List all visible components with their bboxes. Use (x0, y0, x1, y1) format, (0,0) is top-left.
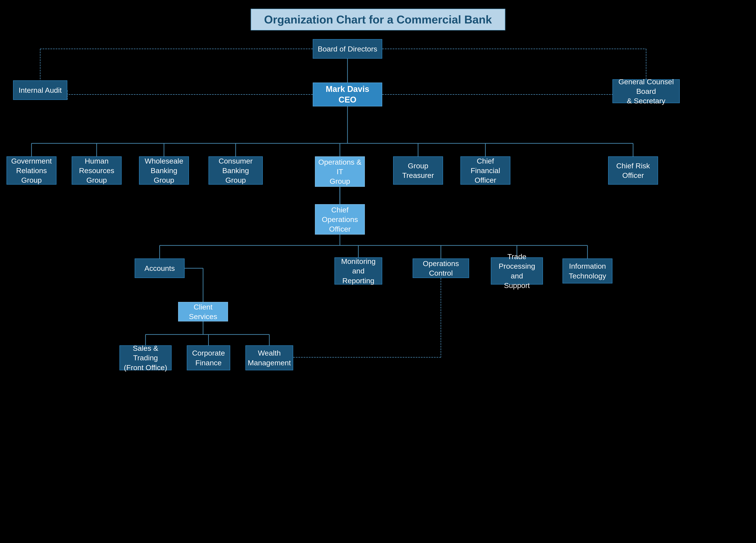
chart-container: Organization Chart for a Commercial Bank (0, 0, 756, 543)
coo-node: ChiefOperationsOfficer (315, 204, 365, 235)
wealth-mgmt-node: WealthManagement (245, 345, 293, 370)
info-tech-node: InformationTechnology (562, 258, 612, 283)
ops-control-node: Operations Control (413, 258, 469, 278)
consumer-banking-node: Consumer BankingGroup (208, 156, 263, 185)
wholesale-banking-node: WholesealeBankingGroup (139, 156, 189, 185)
gov-relations-node: GovernmentRelationsGroup (7, 156, 56, 185)
client-services-node: Client Services (178, 302, 228, 321)
board-of-directors-node: Board of Directors (313, 39, 382, 59)
operations-it-node: Operations &ITGroup (315, 156, 365, 187)
cro-node: Chief RiskOfficer (608, 156, 658, 185)
trade-processing-node: Trade ProcessingandSupport (491, 257, 543, 285)
sales-trading-node: Sales & Trading(Front Office) (119, 345, 172, 370)
group-treasurer-node: GroupTreasurer (393, 156, 443, 185)
general-counsel-node: General Counsel Board& Secretary (612, 79, 680, 103)
monitoring-node: MonitoringandReporting (334, 257, 382, 285)
accounts-node: Accounts (135, 258, 185, 278)
internal-audit-node: Internal Audit (13, 80, 67, 100)
chart-title: Organization Chart for a Commercial Bank (251, 9, 505, 30)
cfo-node: Chief FinancialOfficer (460, 156, 510, 185)
hr-group-node: HumanResourcesGroup (72, 156, 122, 185)
corp-finance-node: CorporateFinance (187, 345, 230, 370)
ceo-node: Mark DavisCEO (313, 83, 382, 106)
